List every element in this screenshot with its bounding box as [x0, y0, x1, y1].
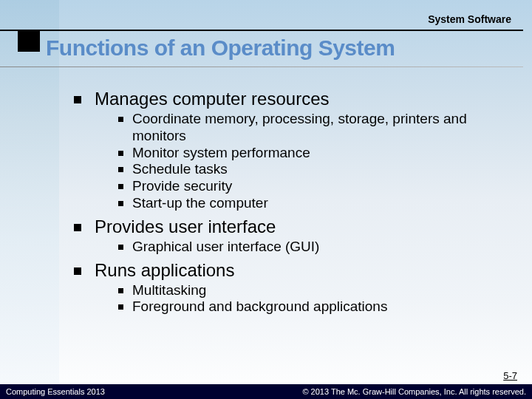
- bullet-sub: Monitor system performance: [118, 145, 510, 162]
- square-bullet-icon: [74, 224, 81, 231]
- square-bullet-icon: [118, 245, 123, 250]
- square-bullet-icon: [118, 201, 123, 206]
- square-bullet-icon: [118, 184, 123, 189]
- footer-bar: Computing Essentials 2013 © 2013 The Mc.…: [0, 384, 532, 399]
- page-number: 5-7: [503, 370, 517, 381]
- square-bullet-icon: [74, 96, 81, 103]
- chapter-label: System Software: [428, 13, 511, 25]
- bullet-sub: Coordinate memory, processing, storage, …: [118, 111, 510, 145]
- footer-right: © 2013 The Mc. Graw-Hill Companies, Inc.…: [302, 387, 526, 396]
- bullet-sub: Schedule tasks: [118, 161, 510, 178]
- sub-text: Multitasking: [132, 282, 206, 299]
- sub-list: Coordinate memory, processing, storage, …: [118, 111, 510, 212]
- square-bullet-icon: [118, 288, 123, 293]
- square-bullet-icon: [74, 267, 81, 275]
- sub-list: Graphical user interface (GUI): [118, 239, 510, 256]
- sub-text: Schedule tasks: [132, 161, 228, 178]
- bullet-sub: Start-up the computer: [118, 195, 510, 212]
- sub-text: Coordinate memory, processing, storage, …: [132, 111, 510, 145]
- bullet-main: Manages computer resources: [74, 89, 510, 109]
- content-area: Manages computer resources Coordinate me…: [74, 89, 510, 320]
- bullet-main: Runs applications: [74, 260, 510, 281]
- square-bullet-icon: [118, 304, 123, 310]
- square-bullet-icon: [118, 117, 123, 122]
- top-rule: [0, 30, 523, 31]
- bullet-text: Runs applications: [95, 260, 234, 281]
- bullet-text: Provides user interface: [95, 216, 276, 237]
- sub-list: Multitasking Foreground and background a…: [118, 282, 510, 316]
- bullet-sub: Multitasking: [118, 282, 510, 299]
- sub-text: Start-up the computer: [132, 195, 268, 212]
- slide-title: Functions of an Operating System: [46, 35, 395, 61]
- square-bullet-icon: [118, 151, 123, 156]
- bullet-main: Provides user interface: [74, 216, 510, 237]
- footer-left: Computing Essentials 2013: [6, 387, 105, 396]
- square-bullet-icon: [118, 167, 123, 172]
- bullet-sub: Foreground and background applications: [118, 299, 510, 316]
- title-accent: [18, 30, 40, 52]
- title-rule: [0, 66, 523, 67]
- sub-text: Foreground and background applications: [132, 299, 387, 316]
- bullet-sub: Graphical user interface (GUI): [118, 239, 510, 256]
- bullet-text: Manages computer resources: [95, 89, 329, 109]
- sub-text: Provide security: [132, 178, 232, 195]
- bullet-sub: Provide security: [118, 178, 510, 195]
- sub-text: Monitor system performance: [132, 145, 310, 162]
- sub-text: Graphical user interface (GUI): [132, 239, 319, 256]
